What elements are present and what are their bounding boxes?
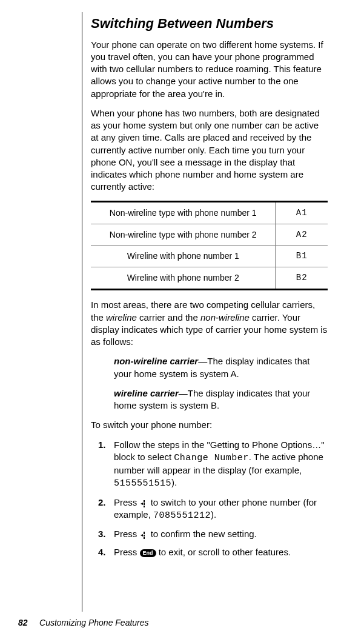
intro-paragraph-1: Your phone can operate on two different … bbox=[91, 39, 328, 100]
page-footer: 82 Customizing Phone Features bbox=[18, 617, 149, 629]
text-run: ). bbox=[211, 509, 216, 520]
svg-rect-3 bbox=[144, 532, 145, 534]
footer-label: Customizing Phone Features bbox=[39, 618, 149, 627]
step-item: Press End to exit, or scroll to other fe… bbox=[114, 546, 328, 558]
display-text: 5155551515 bbox=[114, 478, 171, 489]
scroll-key-icon bbox=[140, 499, 148, 507]
text-run: to exit, or scroll to other features. bbox=[156, 547, 291, 557]
step-item: Press to confirm the new setting. bbox=[114, 528, 328, 540]
italic-term: wireline bbox=[106, 312, 137, 323]
section-heading: Switching Between Numbers bbox=[91, 15, 328, 33]
table-row: Wireline with phone number 2 B2 bbox=[91, 267, 328, 290]
definition-term: non-wireline carrier bbox=[114, 356, 198, 366]
table-cell-code: B2 bbox=[276, 267, 328, 290]
definition-wireline: wireline carrier—The display indicates t… bbox=[114, 387, 328, 412]
table-cell-code: B1 bbox=[276, 246, 328, 267]
svg-rect-4 bbox=[144, 535, 145, 537]
text-run: Press bbox=[114, 547, 140, 557]
end-key-icon: End bbox=[140, 549, 156, 557]
intro-paragraph-2: When your phone has two numbers, both ar… bbox=[91, 107, 328, 193]
table-cell-desc: Wireline with phone number 2 bbox=[91, 267, 276, 290]
procedure-lead-in: To switch your phone number: bbox=[91, 419, 328, 431]
table-cell-desc: Non-wireline type with phone number 1 bbox=[91, 201, 276, 224]
italic-term: non-wireline bbox=[200, 312, 250, 323]
table-cell-code: A1 bbox=[276, 201, 328, 224]
text-run: carrier and the bbox=[137, 312, 200, 323]
step-item: Follow the steps in the "Getting to Phon… bbox=[114, 439, 328, 490]
svg-rect-1 bbox=[144, 503, 145, 505]
svg-rect-5 bbox=[144, 537, 145, 539]
content-column: Switching Between Numbers Your phone can… bbox=[91, 15, 328, 559]
scroll-key-icon bbox=[140, 530, 148, 539]
svg-rect-2 bbox=[144, 506, 145, 507]
table-cell-desc: Non-wireline type with phone number 2 bbox=[91, 224, 276, 246]
text-run: to confirm the new setting. bbox=[148, 529, 257, 539]
table-cell-code: A2 bbox=[276, 224, 328, 246]
display-text: 7085551212 bbox=[153, 510, 211, 521]
table-row: Wireline with phone number 1 B1 bbox=[91, 246, 328, 267]
table-row: Non-wireline type with phone number 1 A1 bbox=[91, 201, 328, 224]
system-code-table: Non-wireline type with phone number 1 A1… bbox=[91, 201, 328, 291]
page: Switching Between Numbers Your phone can… bbox=[0, 0, 364, 642]
display-text: Change Number bbox=[174, 453, 249, 463]
definition-term: wireline carrier bbox=[114, 388, 179, 398]
vertical-rule bbox=[82, 12, 82, 612]
page-number: 82 bbox=[18, 618, 28, 627]
definition-nonwireline: non-wireline carrier—The display indicat… bbox=[114, 355, 328, 380]
steps-list: Follow the steps in the "Getting to Phon… bbox=[114, 439, 328, 559]
step-item: Press to switch to your other phone numb… bbox=[114, 497, 328, 523]
table-cell-desc: Wireline with phone number 1 bbox=[91, 246, 276, 267]
text-run: Press bbox=[114, 497, 140, 507]
text-run: ). bbox=[171, 477, 177, 487]
text-run: Press bbox=[114, 529, 140, 539]
table-row: Non-wireline type with phone number 2 A2 bbox=[91, 224, 328, 246]
svg-rect-0 bbox=[144, 500, 145, 503]
carrier-paragraph: In most areas, there are two competing c… bbox=[91, 299, 328, 348]
